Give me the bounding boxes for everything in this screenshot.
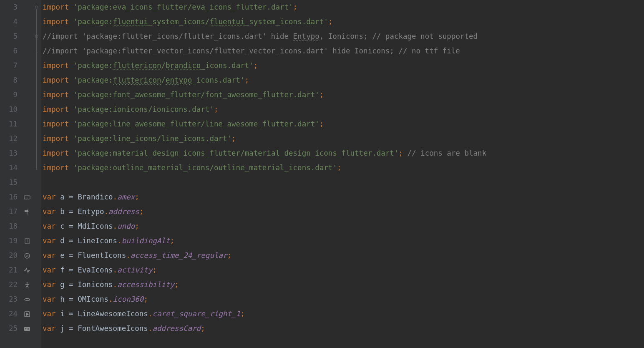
line-number: 20 bbox=[0, 248, 18, 263]
token-plain: i bbox=[56, 310, 69, 318]
token-semi: ; bbox=[398, 149, 403, 157]
token-comment: //import 'package:flutter_icons/flutter_… bbox=[43, 32, 293, 40]
svg-point-31 bbox=[25, 328, 27, 329]
code-line[interactable]: var h = OMIcons.icon360; bbox=[43, 292, 644, 307]
code-line[interactable]: //import 'package:flutter_icons/flutter_… bbox=[43, 29, 644, 44]
token-punct: . bbox=[113, 193, 118, 201]
token-comment: //import 'package:flutter_vector_icons/f… bbox=[43, 47, 460, 55]
token-eq: = bbox=[69, 266, 73, 274]
code-line[interactable]: var d = LineIcons.buildingAlt; bbox=[43, 234, 644, 248]
token-semi: ; bbox=[135, 222, 139, 230]
building-icon bbox=[23, 234, 31, 248]
line-number: 7 bbox=[0, 58, 18, 73]
token-plain bbox=[69, 105, 73, 113]
code-line[interactable]: var c = MdiIcons.undo; bbox=[43, 219, 644, 234]
token-kw: var bbox=[43, 266, 56, 274]
token-kw: import bbox=[43, 164, 69, 172]
token-semi: ; bbox=[152, 266, 157, 274]
gutter-icon-empty bbox=[23, 175, 31, 190]
token-plain: c bbox=[56, 222, 69, 230]
code-line[interactable]: import 'package:font_awesome_flutter/fon… bbox=[43, 88, 644, 102]
token-str: 'package:ionicons/ionicons.dart' bbox=[73, 105, 214, 113]
token-plain bbox=[403, 149, 408, 157]
token-punct: . bbox=[126, 251, 131, 260]
code-line[interactable]: //import 'package:flutter_vector_icons/f… bbox=[43, 44, 644, 58]
token-plain: e bbox=[56, 251, 69, 260]
fold-toggle[interactable]: ⊟ bbox=[34, 5, 39, 10]
line-number: 13 bbox=[0, 146, 18, 161]
token-eq: = bbox=[69, 207, 73, 216]
svg-rect-32 bbox=[28, 328, 29, 328]
code-line[interactable]: import 'package:ionicons/ionicons.dart'; bbox=[43, 102, 644, 117]
code-line[interactable]: import 'package:outline_material_icons/o… bbox=[43, 161, 644, 175]
line-number: 23 bbox=[0, 292, 18, 307]
gutter-icon-empty bbox=[23, 102, 31, 117]
code-line[interactable]: var a = Brandico.amex; bbox=[43, 190, 644, 204]
token-kw: import bbox=[43, 76, 69, 84]
fold-guide-line bbox=[36, 9, 37, 170]
token-semi: ; bbox=[201, 324, 205, 333]
token-kw: import bbox=[43, 61, 69, 70]
code-line[interactable]: import 'package:fluttericon/entypo_icons… bbox=[43, 73, 644, 88]
line-number: 11 bbox=[0, 117, 18, 131]
indent-guide bbox=[41, 0, 41, 348]
line-number: 18 bbox=[0, 219, 18, 234]
token-eq: = bbox=[69, 310, 73, 318]
token-str: _icons.dart' bbox=[192, 76, 244, 84]
code-line[interactable] bbox=[43, 175, 644, 190]
code-line[interactable]: var g = Ionicons.accessibility; bbox=[43, 277, 644, 292]
code-line[interactable]: var b = Entypo.address; bbox=[43, 204, 644, 219]
svg-line-26 bbox=[27, 286, 28, 287]
code-area[interactable]: import 'package:eva_icons_flutter/eva_ic… bbox=[41, 0, 644, 348]
address-card-icon bbox=[23, 321, 31, 336]
token-prop: undo bbox=[117, 222, 135, 230]
token-semi: ; bbox=[231, 134, 236, 143]
code-line[interactable]: var j = FontAwesomeIcons.addressCard; bbox=[43, 321, 644, 336]
token-kw: import bbox=[43, 134, 69, 143]
token-punct: . bbox=[113, 222, 118, 230]
token-prop: icon360 bbox=[113, 295, 144, 303]
token-plain bbox=[69, 149, 73, 157]
token-str-wavy: fluttericon bbox=[113, 76, 161, 84]
token-str: 'package:outline_material_icons/outline_… bbox=[73, 164, 337, 172]
token-plain: FontAwesomeIcons bbox=[73, 324, 148, 333]
token-semi: ; bbox=[319, 120, 324, 128]
code-line[interactable]: var e = FluentIcons.access_time_24_regul… bbox=[43, 248, 644, 263]
token-prop: activity bbox=[117, 266, 152, 274]
code-line[interactable]: import 'package:material_design_icons_fl… bbox=[43, 146, 644, 161]
token-semi: ; bbox=[143, 295, 148, 303]
token-eq: = bbox=[69, 193, 73, 201]
token-eq: = bbox=[69, 251, 73, 260]
token-plain: j bbox=[56, 324, 69, 333]
line-number: 25 bbox=[0, 321, 18, 336]
token-kw: import bbox=[43, 149, 69, 157]
token-eq: = bbox=[69, 222, 73, 230]
gutter-icon-empty bbox=[23, 73, 31, 88]
token-punct: . bbox=[148, 310, 153, 318]
clock-24-icon: 24 bbox=[23, 248, 31, 263]
token-str: 'package:line_icons/line_icons.dart' bbox=[73, 134, 231, 143]
fold-column[interactable]: ⊟⊟⌞⌞ bbox=[33, 0, 41, 348]
code-line[interactable]: import 'package:line_awesome_flutter/lin… bbox=[43, 117, 644, 131]
code-line[interactable]: var i = LineAwesomeIcons.caret_square_ri… bbox=[43, 307, 644, 321]
code-line[interactable]: import 'package:line_icons/line_icons.da… bbox=[43, 131, 644, 146]
token-plain bbox=[69, 120, 73, 128]
token-kw: var bbox=[43, 222, 56, 230]
code-line[interactable]: import 'package:fluttericon/brandico_ico… bbox=[43, 58, 644, 73]
code-line[interactable]: import 'package:fluentui_system_icons/fl… bbox=[43, 15, 644, 29]
token-str-wavy: fluentui bbox=[113, 18, 148, 26]
token-plain: d bbox=[56, 237, 69, 245]
token-kw: var bbox=[43, 193, 56, 201]
token-prop: access_time_24_regular bbox=[131, 251, 227, 260]
line-number: 4 bbox=[0, 15, 18, 29]
code-line[interactable]: import 'package:eva_icons_flutter/eva_ic… bbox=[43, 0, 644, 15]
token-plain bbox=[69, 61, 73, 70]
code-editor[interactable]: 345678910111213141516171819202122232425 … bbox=[0, 0, 644, 348]
token-plain: Ionicons bbox=[73, 280, 113, 289]
svg-rect-33 bbox=[28, 329, 29, 329]
token-kw: var bbox=[43, 207, 56, 216]
code-line[interactable]: var f = EvaIcons.activity; bbox=[43, 263, 644, 277]
line-number: 16 bbox=[0, 190, 18, 204]
token-semi: ; bbox=[254, 61, 258, 70]
fold-toggle[interactable]: ⊟ bbox=[34, 34, 39, 39]
